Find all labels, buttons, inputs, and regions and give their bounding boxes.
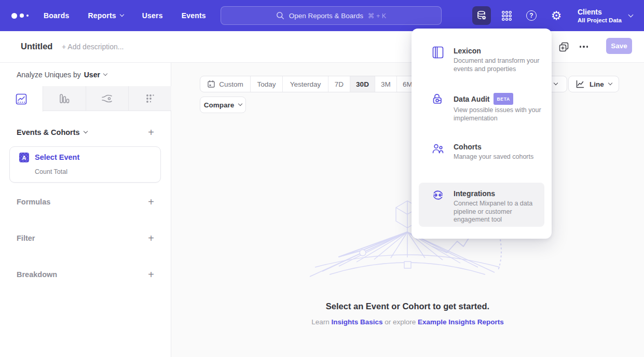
chart-type-dropdown[interactable]: Line bbox=[568, 76, 619, 92]
or-explore-text: or explore bbox=[385, 318, 416, 326]
tab-metrics[interactable] bbox=[129, 86, 171, 111]
search-placeholder: Open Reports & Boards bbox=[289, 12, 363, 20]
nav-item-label: Reports bbox=[88, 11, 116, 20]
nav-item-reports[interactable]: Reports bbox=[88, 11, 123, 20]
nav-item-label: Users bbox=[142, 11, 163, 20]
account-text: Clients All Project Data bbox=[578, 8, 622, 24]
top-nav: Boards Reports Users Events Open Reports… bbox=[0, 0, 644, 31]
range-7d[interactable]: 7D bbox=[328, 76, 350, 92]
report-canvas: Custom Today Yesterday 7D 30D 3M 6M Comp… bbox=[171, 63, 644, 357]
database-gear-icon bbox=[476, 10, 487, 21]
add-breakdown-button[interactable]: + bbox=[148, 269, 154, 280]
cohorts-icon bbox=[432, 142, 444, 155]
learn-text: Learn bbox=[311, 318, 330, 326]
events-cohorts-label: Events & Cohorts bbox=[17, 128, 80, 136]
more-options-button[interactable] bbox=[578, 40, 590, 53]
data-management-menu: Lexicon Document and transform your even… bbox=[412, 29, 552, 239]
account-switcher[interactable]: Clients All Project Data bbox=[578, 6, 633, 25]
formulas-section: Formulas + bbox=[17, 196, 154, 208]
nav-item-boards[interactable]: Boards bbox=[44, 11, 69, 20]
chevron-down-icon bbox=[553, 81, 557, 85]
menu-item-text: Cohorts Manage your saved cohorts bbox=[454, 142, 533, 161]
tab-line-chart[interactable] bbox=[0, 86, 43, 112]
nav-item-users[interactable]: Users bbox=[142, 11, 163, 20]
global-search-input[interactable]: Open Reports & Boards ⌘ + K bbox=[221, 6, 442, 25]
settings-button[interactable]: ⚙ bbox=[547, 6, 566, 25]
chevron-down-icon bbox=[103, 72, 107, 76]
event-card[interactable]: A Select Event Count Total bbox=[9, 146, 161, 183]
range-today[interactable]: Today bbox=[250, 76, 282, 92]
chevron-down-icon bbox=[83, 129, 87, 133]
range-3m[interactable]: 3M bbox=[375, 76, 396, 92]
calendar-icon bbox=[207, 80, 215, 88]
menu-item-desc: Manage your saved cohorts bbox=[454, 153, 533, 161]
count-total-dropdown[interactable]: Count Total bbox=[35, 168, 67, 175]
breakdown-section: Breakdown + bbox=[17, 268, 154, 281]
range-label: Today bbox=[257, 80, 276, 88]
events-cohorts-header[interactable]: Events & Cohorts bbox=[17, 128, 87, 136]
compare-dropdown[interactable]: Compare bbox=[200, 97, 246, 113]
lexicon-icon bbox=[432, 46, 444, 59]
search-shortcut: ⌘ + K bbox=[368, 12, 386, 20]
range-label: 7D bbox=[335, 80, 344, 88]
range-custom[interactable]: Custom bbox=[200, 76, 250, 92]
menu-item-desc: Document and transform your events and p… bbox=[454, 57, 544, 73]
range-label: Yesterday bbox=[290, 80, 321, 88]
help-button[interactable]: ? bbox=[522, 6, 541, 25]
menu-item-title: Data Audit bbox=[454, 94, 489, 104]
menu-item-text: Integrations Connect Mixpanel to a data … bbox=[454, 189, 543, 227]
chart-type-tabs bbox=[0, 86, 171, 111]
bar-chart-icon bbox=[59, 93, 70, 104]
menu-item-title: Lexicon bbox=[454, 46, 481, 56]
line-chart-icon bbox=[16, 93, 27, 105]
menu-item-title: Integrations bbox=[454, 189, 495, 198]
range-yesterday[interactable]: Yesterday bbox=[282, 76, 328, 92]
menu-item-integrations[interactable]: Integrations Connect Mixpanel to a data … bbox=[419, 183, 544, 227]
nav-item-label: Events bbox=[182, 11, 206, 20]
menu-item-cohorts[interactable]: Cohorts Manage your saved cohorts bbox=[419, 142, 544, 161]
analyze-by-value: User bbox=[84, 71, 100, 79]
duplicate-icon bbox=[559, 42, 569, 52]
tab-flow-chart[interactable] bbox=[86, 86, 129, 111]
duplicate-report-button[interactable] bbox=[557, 40, 570, 53]
gear-icon: ⚙ bbox=[551, 10, 562, 22]
grid-dots-icon bbox=[501, 10, 512, 21]
example-reports-link[interactable]: Example Insights Reports bbox=[418, 318, 504, 326]
query-builder-sidebar: Analyze Uniques by User bbox=[0, 63, 171, 357]
report-title[interactable]: Untitled bbox=[21, 42, 52, 51]
metrics-dots-icon bbox=[144, 93, 156, 104]
add-description-field[interactable]: + Add description... bbox=[62, 43, 124, 51]
nav-item-events[interactable]: Events bbox=[182, 11, 206, 20]
menu-item-text: Data Audit BETA View possible issues wit… bbox=[454, 93, 544, 122]
data-management-button[interactable] bbox=[472, 6, 491, 25]
insights-basics-link[interactable]: Insights Basics bbox=[331, 318, 382, 326]
apps-grid-button[interactable] bbox=[497, 6, 516, 25]
account-name: Clients bbox=[578, 8, 622, 17]
ellipsis-icon bbox=[580, 46, 588, 48]
select-event-label[interactable]: Select Event bbox=[35, 153, 79, 161]
data-audit-icon bbox=[432, 93, 444, 105]
formulas-label: Formulas bbox=[17, 198, 50, 206]
add-formula-button[interactable]: + bbox=[148, 197, 154, 207]
analyze-by-dropdown[interactable]: User bbox=[84, 71, 107, 79]
empty-state-links: Learn Insights Basics or explore Example… bbox=[171, 318, 644, 326]
insights-report-page: Boards Reports Users Events Open Reports… bbox=[0, 0, 644, 357]
flow-icon bbox=[101, 93, 113, 104]
chevron-down-icon bbox=[238, 102, 242, 106]
nav-item-label: Boards bbox=[44, 11, 69, 20]
account-project: All Project Data bbox=[578, 17, 622, 24]
tab-bar-chart[interactable] bbox=[43, 86, 86, 111]
range-30d[interactable]: 30D bbox=[350, 76, 375, 92]
menu-item-lexicon[interactable]: Lexicon Document and transform your even… bbox=[419, 46, 544, 73]
compare-label: Compare bbox=[204, 101, 235, 109]
menu-item-data-audit[interactable]: Data Audit BETA View possible issues wit… bbox=[419, 93, 544, 122]
chevron-down-icon bbox=[628, 12, 634, 17]
integrations-icon bbox=[432, 189, 444, 201]
save-button[interactable]: Save bbox=[606, 38, 632, 54]
add-filter-button[interactable]: + bbox=[148, 233, 154, 243]
breakdown-label: Breakdown bbox=[17, 270, 57, 279]
event-letter-badge: A bbox=[19, 153, 29, 162]
add-event-button[interactable]: + bbox=[148, 127, 154, 138]
mixpanel-logo-icon[interactable] bbox=[11, 11, 33, 20]
menu-item-text: Lexicon Document and transform your even… bbox=[454, 46, 544, 73]
